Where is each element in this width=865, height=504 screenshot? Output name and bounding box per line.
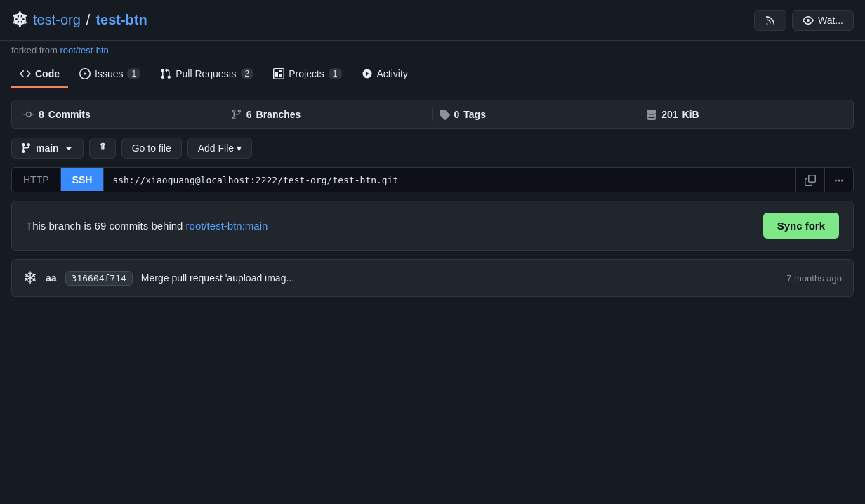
sync-fork-button[interactable]: Sync fork xyxy=(763,213,839,239)
tags-icon xyxy=(439,109,450,120)
branches-stat[interactable]: 6 Branches xyxy=(231,109,427,120)
tags-stat[interactable]: 0 Tags xyxy=(439,109,635,120)
eye-icon xyxy=(803,15,814,26)
stat-divider-2 xyxy=(432,107,433,121)
commit-hash[interactable]: 316604f714 xyxy=(65,271,133,286)
fork-source-link[interactable]: root/test-btn xyxy=(60,45,108,55)
copy-url-button[interactable] xyxy=(796,168,825,192)
commit-author[interactable]: aa xyxy=(46,272,57,284)
tab-projects[interactable]: Projects 1 xyxy=(265,61,350,88)
clone-actions xyxy=(795,168,853,192)
nav-tabs: Code Issues 1 Pull Requests 2 Projects 1… xyxy=(0,61,865,88)
branches-count: 6 xyxy=(246,109,252,120)
tab-pull-requests[interactable]: Pull Requests 2 xyxy=(152,61,262,88)
add-file-dropdown-icon: ▾ xyxy=(237,142,242,154)
size-unit: KiB xyxy=(682,109,699,120)
commit-avatar: ❄ xyxy=(23,268,37,288)
tab-code[interactable]: Code xyxy=(11,61,68,88)
top-header: ❄ test-org / test-btn Wat... xyxy=(0,0,865,41)
chevron-down-icon xyxy=(63,142,74,154)
main-content: 8 Commits 6 Branches 0 Tags 201 KiB xyxy=(0,88,865,308)
rss-icon xyxy=(765,15,776,26)
size-stat: 201 KiB xyxy=(646,109,842,120)
watch-label: Wat... xyxy=(818,15,843,26)
compare-icon xyxy=(97,142,108,154)
repo-org[interactable]: test-org xyxy=(33,12,81,28)
commit-time: 7 months ago xyxy=(786,273,842,284)
watch-button[interactable]: Wat... xyxy=(792,10,854,31)
copy-icon xyxy=(805,175,816,186)
repo-separator: / xyxy=(86,12,91,28)
add-file-label: Add File xyxy=(198,142,234,154)
commits-icon xyxy=(23,109,34,120)
stats-bar: 8 Commits 6 Branches 0 Tags 201 KiB xyxy=(11,100,854,129)
repo-name[interactable]: test-btn xyxy=(95,12,147,28)
stat-divider-1 xyxy=(225,107,225,121)
pr-badge: 2 xyxy=(241,68,254,79)
branch-name: main xyxy=(36,142,59,154)
tab-activity[interactable]: Activity xyxy=(353,61,416,88)
add-file-button[interactable]: Add File ▾ xyxy=(187,138,252,159)
fork-info: forked from root/test-btn xyxy=(0,41,865,55)
more-clone-options-button[interactable] xyxy=(825,168,853,192)
rss-button[interactable] xyxy=(754,10,786,31)
issue-icon xyxy=(79,68,91,79)
org-avatar: ❄ xyxy=(11,8,27,32)
clone-url-input[interactable] xyxy=(104,169,795,191)
fork-prefix: forked from xyxy=(11,45,58,55)
branch-notice-link[interactable]: root/test-btn:main xyxy=(186,220,268,232)
tab-activity-label: Activity xyxy=(377,68,408,79)
branches-label: Branches xyxy=(256,109,301,120)
project-icon xyxy=(273,68,284,79)
commit-message: Merge pull request 'aupload imag... xyxy=(141,272,778,284)
tags-label: Tags xyxy=(463,109,486,120)
clone-tab-ssh[interactable]: SSH xyxy=(61,168,105,191)
branches-icon xyxy=(231,109,242,120)
repo-title: ❄ test-org / test-btn xyxy=(11,8,147,32)
database-icon xyxy=(646,109,657,120)
stat-divider-3 xyxy=(640,107,640,121)
branch-notice-prefix: This branch is 69 commits behind xyxy=(26,220,183,232)
commits-stat[interactable]: 8 Commits xyxy=(23,109,219,120)
tab-pr-label: Pull Requests xyxy=(176,68,236,79)
commits-label: Commits xyxy=(48,109,91,120)
issues-badge: 1 xyxy=(127,68,140,79)
branch-selector[interactable]: main xyxy=(11,138,84,159)
clone-tab-http[interactable]: HTTP xyxy=(12,168,61,191)
pr-icon xyxy=(160,68,171,79)
tags-count: 0 xyxy=(454,109,460,120)
clone-bar: HTTP SSH xyxy=(11,167,854,192)
ellipsis-icon xyxy=(833,175,845,186)
commit-row: ❄ aa 316604f714 Merge pull request 'aupl… xyxy=(11,259,854,297)
branch-notice: This branch is 69 commits behind root/te… xyxy=(11,201,854,251)
toolbar: main Go to file Add File ▾ xyxy=(11,138,854,159)
branch-icon xyxy=(20,142,32,154)
code-icon xyxy=(20,68,31,79)
activity-icon xyxy=(362,68,373,79)
tab-issues-label: Issues xyxy=(95,68,123,79)
tab-issues[interactable]: Issues 1 xyxy=(71,61,149,88)
projects-badge: 1 xyxy=(329,68,342,79)
tab-code-label: Code xyxy=(35,68,60,79)
tab-projects-label: Projects xyxy=(289,68,324,79)
commits-count: 8 xyxy=(39,109,44,120)
compare-button[interactable] xyxy=(89,138,116,159)
go-to-file-label: Go to file xyxy=(132,142,171,154)
go-to-file-button[interactable]: Go to file xyxy=(121,138,182,159)
size-count: 201 xyxy=(661,109,678,120)
branch-notice-text: This branch is 69 commits behind root/te… xyxy=(26,220,268,232)
header-actions: Wat... xyxy=(754,10,854,31)
